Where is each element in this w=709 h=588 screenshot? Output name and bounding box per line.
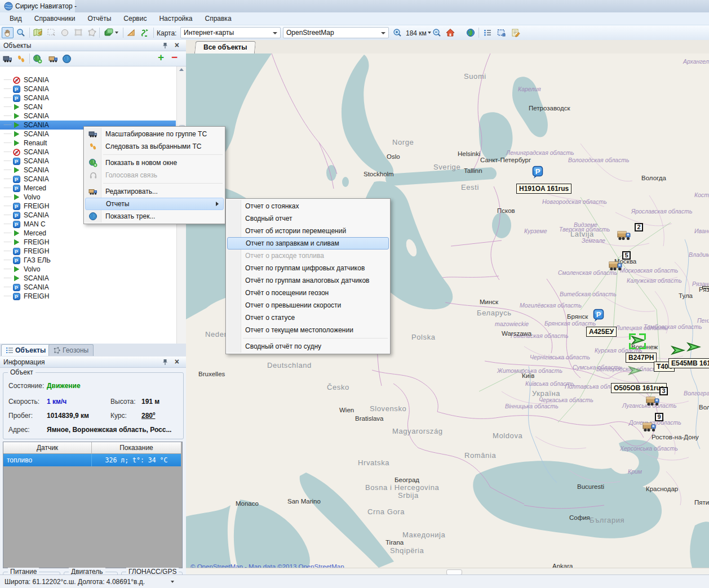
vehicle-marker-truck[interactable] [617, 229, 632, 241]
edit-notes-button[interactable] [509, 27, 521, 38]
vehicle-plate-label[interactable]: E545MB 161r [668, 358, 709, 368]
vehicle-marker-arrow[interactable] [671, 345, 685, 356]
truck-group-button[interactable] [2, 53, 14, 64]
home-view-button[interactable] [444, 27, 456, 38]
moving-arrow-icon [14, 275, 19, 281]
list-icon [6, 347, 13, 354]
selected-vehicle-marker[interactable] [629, 333, 646, 349]
map-scale-value[interactable]: 184 км [406, 29, 427, 37]
map-source-label: Карта: [157, 29, 176, 37]
parked-icon: P [13, 176, 20, 183]
report-отчет-по-заправкам-и-сливам[interactable]: Отчет по заправкам и сливам [227, 237, 389, 250]
ctx-масштабирование-по-группе-тс[interactable]: Масштабирование по группе ТС [85, 128, 224, 140]
parked-icon: P [13, 248, 20, 255]
zoom-tool-button[interactable] [15, 27, 26, 38]
menu-Сервис[interactable]: Сервис [117, 13, 153, 24]
remove-object-button[interactable]: − [171, 51, 178, 64]
ctx-редактировать-[interactable]: Редактировать... [85, 185, 224, 198]
vehicle-marker-arrow[interactable] [686, 341, 701, 353]
selection-area-button[interactable] [495, 27, 507, 38]
report-отчет-о-текущем-местоположении[interactable]: Отчет о текущем местоположении [227, 324, 389, 336]
map-type-combobox[interactable]: Интернет-карты [180, 27, 281, 38]
add-object-button[interactable]: + [158, 51, 164, 64]
vehicle-plate-label[interactable]: H191OA 161rus [516, 184, 571, 194]
report-отчёт-о-посещении-геозон[interactable]: Отчёт о посещении геозон [227, 287, 389, 299]
cluster-badge[interactable]: 9 [655, 413, 663, 421]
pin-icon[interactable] [162, 359, 168, 366]
report-отчёт-по-группам-аналоговых-датчиков[interactable]: Отчёт по группам аналоговых датчиков [227, 274, 389, 287]
report-сводный-отчёт-по-судну[interactable]: Сводный отчёт по судну [227, 340, 389, 353]
vehicle-edit-button[interactable] [47, 53, 59, 64]
map-tab-all-objects[interactable]: Все объекты [194, 41, 256, 54]
sensor-row-name[interactable]: топливо [3, 454, 91, 466]
report-отчет-по-группам-цифровых-датчиков[interactable]: Отчет по группам цифровых датчиков [227, 262, 389, 274]
tree-item-freigh[interactable]: PFREIGH [0, 292, 176, 301]
left-panel: Объекты × + − SCANIAPSCANIAPSCANIASCANSC… [0, 40, 187, 574]
circle-zone-tool-disabled [59, 27, 70, 38]
statusbar-dropdown-arrow[interactable] [171, 581, 174, 583]
report-отчет-о-стоянках[interactable]: Отчет о стоянках [227, 200, 389, 212]
vehicle-marker-truck[interactable] [646, 394, 661, 407]
menu-Справочники[interactable]: Справочники [28, 13, 82, 24]
vehicle-marker-arrow[interactable] [628, 365, 642, 376]
close-panel-icon[interactable]: × [175, 357, 179, 366]
menu-Справка[interactable]: Справка [198, 13, 237, 24]
menu-Настройка[interactable]: Настройка [153, 13, 198, 24]
vehicle-plate-label[interactable] [702, 286, 709, 288]
tree-item-scan[interactable]: SCAN [0, 103, 176, 112]
vehicle-plate-label[interactable]: B247PH [626, 353, 657, 363]
tab-geozones[interactable]: Геозоны [48, 344, 94, 356]
moving-arrow-icon [14, 239, 19, 245]
map-provider-combobox[interactable]: OpenStreetMap [283, 27, 389, 38]
sensor-row-value[interactable]: 326 л; t°: 34 °C [91, 454, 181, 466]
tree-item-scania[interactable]: PSCANIA [0, 93, 176, 103]
zoom-in-button[interactable] [391, 27, 403, 38]
show-on-map-button[interactable] [61, 53, 73, 64]
menu-Вид[interactable]: Вид [3, 13, 28, 24]
layers-button[interactable] [101, 27, 121, 38]
zoom-out-button[interactable] [431, 27, 442, 38]
tree-item-freigh[interactable]: FREIGH [0, 238, 176, 247]
tree-item-газ-ель[interactable]: PГАЗ ЕЛЬ [0, 256, 176, 265]
tab-objects[interactable]: Объекты [1, 344, 51, 356]
route-tool-button[interactable] [139, 27, 150, 38]
close-panel-icon[interactable]: × [175, 41, 179, 50]
report-отчет-об-истории-перемещений[interactable]: Отчет об истории перемещений [227, 225, 389, 237]
report-отчет-о-превышении-скорости[interactable]: Отчет о превышении скорости [227, 299, 389, 311]
vehicle-marker-truck[interactable] [609, 259, 623, 271]
ctx-показать-трек-[interactable]: Показать трек... [85, 210, 224, 222]
ctx-отчеты[interactable]: Отчеты [85, 198, 224, 210]
legend-list-button[interactable] [481, 27, 493, 38]
tree-item-scania[interactable]: SCANIA [0, 112, 176, 121]
vehicle-marker-parked[interactable]: P [532, 166, 543, 179]
tree-item-freigh[interactable]: PFREIGH [0, 247, 176, 256]
tree-item-merced[interactable]: Merced [0, 229, 176, 238]
tree-item-scania[interactable]: SCANIA [0, 75, 176, 84]
vehicle-plate-label[interactable]: O505OB 161rus [611, 383, 667, 393]
pan-tool-button[interactable] [2, 27, 14, 38]
tree-item-scania[interactable]: PSCANIA [0, 283, 176, 292]
vehicle-marker-truck[interactable] [642, 420, 657, 433]
tree-item-scania[interactable]: SCANIA [0, 274, 176, 283]
map-select-tool-button[interactable] [32, 27, 43, 38]
cluster-badge[interactable]: 3 [659, 387, 668, 395]
ctx-следовать-за-выбранными-тс[interactable]: Следовать за выбранными ТС [85, 140, 224, 153]
cluster-badge[interactable]: 5 [622, 251, 631, 260]
new-window-button[interactable] [32, 53, 43, 64]
pin-icon[interactable] [162, 42, 168, 49]
measure-tool-button[interactable] [125, 27, 137, 38]
tree-item-scania[interactable]: PSCANIA [0, 84, 176, 93]
menu-Отчёты[interactable]: Отчёты [81, 13, 117, 24]
report-отчет-о-расходе-топлива: Отчет о расходе топлива [227, 250, 389, 262]
follow-button[interactable] [15, 53, 27, 64]
globe-view-button[interactable] [464, 27, 476, 38]
vehicle-marker-parked[interactable]: P [593, 309, 604, 322]
report-сводный-отчет[interactable]: Сводный отчет [227, 212, 389, 225]
layers-dropdown-arrow[interactable] [115, 32, 118, 34]
ctx-показать-в-новом-окне[interactable]: Показать в новом окне [85, 157, 224, 169]
parked-icon: P [13, 86, 20, 93]
cluster-badge[interactable]: 2 [635, 223, 643, 231]
report-отчет-о-статусе[interactable]: Отчет о статусе [227, 311, 389, 324]
vehicle-plate-label[interactable]: A425EУ [586, 327, 617, 337]
tree-item-volvo[interactable]: Volvo [0, 265, 176, 274]
